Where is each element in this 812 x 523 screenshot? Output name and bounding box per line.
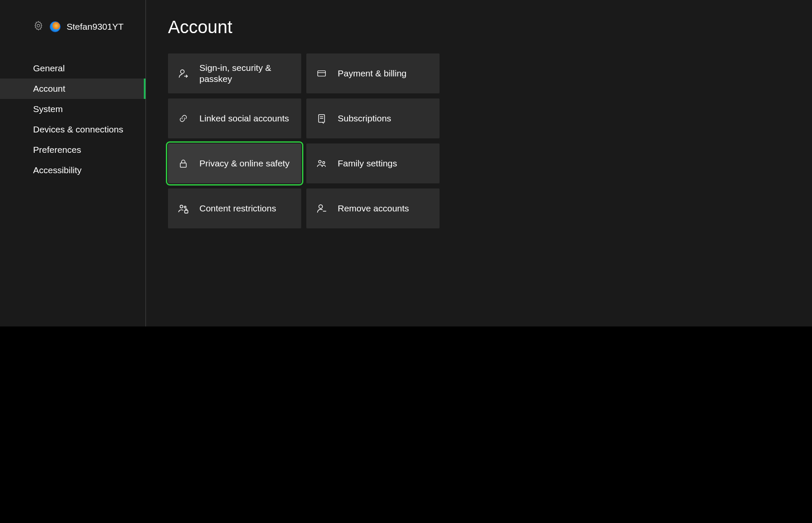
svg-rect-2 [318, 71, 325, 76]
tile-label: Content restrictions [199, 203, 276, 214]
settings-window: Stefan9301YT General Account System Devi… [0, 0, 812, 326]
link-icon [177, 114, 189, 123]
lock-icon [177, 157, 189, 169]
svg-point-9 [323, 162, 325, 164]
sidebar-item-label: Accessibility [33, 165, 81, 175]
gear-icon [33, 20, 44, 33]
tile-subscriptions[interactable]: Subscriptions [306, 98, 440, 138]
people-lock-icon [177, 203, 189, 214]
tile-privacy-online-safety[interactable]: Privacy & online safety [168, 143, 301, 183]
person-arrow-icon [177, 68, 189, 79]
sidebar-item-account[interactable]: Account [0, 79, 146, 99]
person-minus-icon [316, 203, 328, 214]
svg-point-1 [181, 70, 185, 73]
profile-name: Stefan9301YT [67, 22, 123, 32]
main-content: Account Sign-in, security & passkey Paym… [146, 0, 812, 326]
sidebar-item-devices-connections[interactable]: Devices & connections [0, 119, 146, 140]
svg-point-13 [319, 205, 323, 208]
profile-row[interactable]: Stefan9301YT [0, 20, 146, 33]
tile-label: Linked social accounts [199, 113, 289, 124]
people-icon [316, 158, 328, 169]
svg-rect-12 [185, 210, 188, 213]
tile-label: Payment & billing [338, 68, 406, 79]
tile-family-settings[interactable]: Family settings [306, 143, 440, 183]
avatar [50, 21, 61, 32]
tile-label: Sign-in, security & passkey [199, 62, 292, 85]
tile-label: Family settings [338, 158, 397, 169]
svg-rect-7 [180, 163, 186, 167]
sidebar-item-label: Account [33, 84, 65, 94]
tile-label: Subscriptions [338, 113, 391, 124]
sidebar-nav: General Account System Devices & connect… [0, 58, 146, 180]
svg-point-8 [319, 160, 321, 163]
sidebar: Stefan9301YT General Account System Devi… [0, 0, 146, 326]
credit-card-icon [316, 69, 328, 78]
tile-signin-security-passkey[interactable]: Sign-in, security & passkey [168, 53, 301, 93]
tile-remove-accounts[interactable]: Remove accounts [306, 188, 440, 228]
tile-content-restrictions[interactable]: Content restrictions [168, 188, 301, 228]
tile-grid: Sign-in, security & passkey Payment & bi… [168, 53, 790, 228]
tile-label: Remove accounts [338, 203, 409, 214]
page-title: Account [168, 17, 790, 37]
sidebar-item-label: General [33, 63, 65, 73]
sidebar-item-label: System [33, 104, 63, 114]
receipt-icon [316, 113, 328, 124]
sidebar-item-label: Devices & connections [33, 124, 123, 135]
tile-payment-billing[interactable]: Payment & billing [306, 53, 440, 93]
tile-linked-social-accounts[interactable]: Linked social accounts [168, 98, 301, 138]
tile-label: Privacy & online safety [199, 158, 289, 169]
sidebar-item-general[interactable]: General [0, 58, 146, 79]
sidebar-item-preferences[interactable]: Preferences [0, 140, 146, 160]
sidebar-item-accessibility[interactable]: Accessibility [0, 160, 146, 180]
sidebar-item-system[interactable]: System [0, 99, 146, 119]
sidebar-item-label: Preferences [33, 145, 81, 155]
svg-point-10 [180, 205, 183, 208]
svg-point-11 [184, 206, 186, 208]
svg-point-0 [37, 24, 39, 27]
